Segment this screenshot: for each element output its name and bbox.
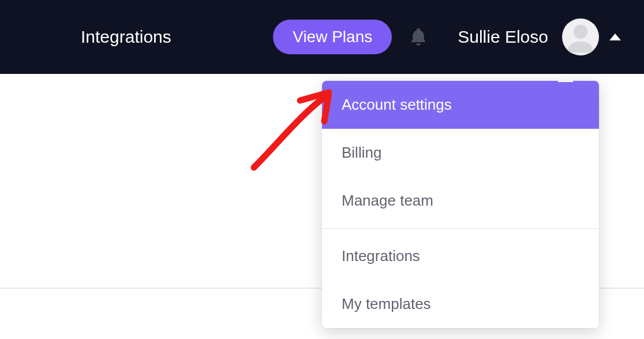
user-dropdown-menu: Account settings Billing Manage team Int… [322, 81, 599, 328]
menu-item-billing[interactable]: Billing [322, 129, 599, 177]
menu-item-account-settings[interactable]: Account settings [322, 81, 599, 129]
menu-divider [322, 228, 599, 229]
view-plans-button[interactable]: View Plans [273, 20, 392, 54]
nav-integrations[interactable]: Integrations [81, 27, 171, 47]
user-menu-caret-icon[interactable] [609, 33, 621, 40]
menu-item-manage-team[interactable]: Manage team [322, 177, 599, 225]
user-avatar[interactable] [562, 18, 599, 55]
notifications-bell-icon[interactable] [408, 25, 429, 49]
menu-item-my-templates[interactable]: My templates [322, 280, 599, 328]
menu-item-integrations[interactable]: Integrations [322, 232, 599, 280]
current-user-name: Sullie Eloso [458, 27, 548, 47]
app-header: Integrations View Plans Sullie Eloso [0, 0, 644, 74]
